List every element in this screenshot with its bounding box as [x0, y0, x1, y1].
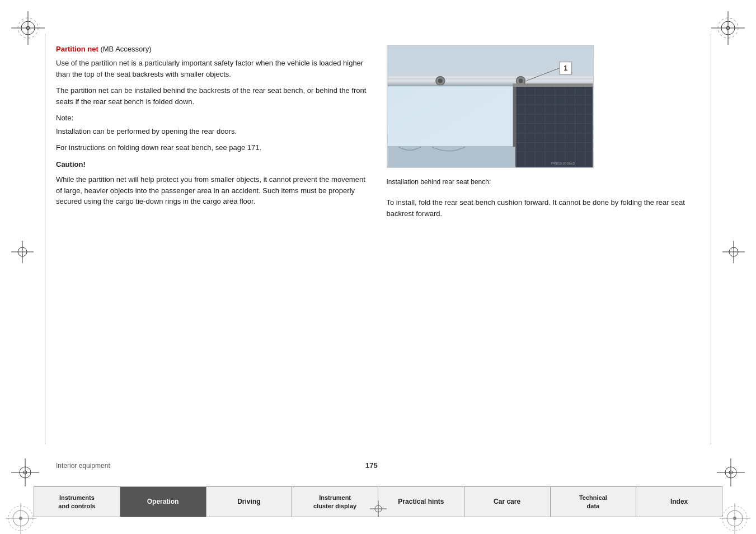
corner-mark-tr [711, 11, 745, 45]
right-rule [711, 34, 711, 444]
svg-rect-19 [387, 76, 593, 78]
nav-item-technical-data[interactable]: Technical data [551, 486, 637, 517]
main-content: Partition net (MB Accessory) Use of the … [56, 34, 700, 450]
corner-mark-bl [11, 458, 39, 486]
title-bold: Partition net [56, 45, 98, 53]
image-caption: Installation behind rear seat bench: [387, 177, 701, 187]
nav-item-operation[interactable]: Operation [120, 486, 206, 517]
note-text: Installation can be performed by opening… [56, 126, 370, 137]
nav-item-car-care[interactable]: Car care [464, 486, 551, 517]
mid-mark-right [722, 241, 745, 263]
paragraph-2: The partition net can be installed behin… [56, 85, 370, 107]
left-column: Partition net (MB Accessory) Use of the … [56, 34, 370, 450]
footer-label-area: Interior equipment 175 [0, 461, 756, 470]
svg-rect-30 [515, 86, 593, 167]
svg-text:1: 1 [564, 64, 567, 72]
svg-text:P45/13-2003/c3: P45/13-2003/c3 [551, 162, 575, 165]
right-column: 1 [387, 34, 701, 450]
image-desc: To install, fold the rear seat bench cus… [387, 197, 701, 219]
title-normal: (MB Accessory) [98, 45, 152, 53]
folding-text: For instructions on folding down rear se… [56, 142, 370, 153]
note-label: Note: [56, 113, 370, 124]
mid-mark-left [11, 241, 34, 263]
left-rule [45, 34, 45, 444]
nav-item-instruments[interactable]: Instruments and controls [34, 486, 120, 517]
caution-text: While the partition net will help protec… [56, 174, 370, 207]
nav-center-mark [370, 500, 387, 517]
page-number: 175 [365, 461, 378, 470]
car-image: 1 [387, 45, 594, 168]
car-interior-svg: 1 [387, 45, 593, 167]
bottom-corner-mark-br [720, 503, 750, 534]
caution-label: Caution! [56, 159, 370, 170]
bottom-corner-mark-bl [6, 503, 36, 534]
paragraph-1: Use of the partition net is a particular… [56, 58, 370, 79]
svg-rect-27 [387, 86, 515, 147]
nav-item-driving[interactable]: Driving [206, 486, 293, 517]
corner-mark-br [717, 458, 745, 486]
section-title: Partition net (MB Accessory) [56, 45, 370, 53]
corner-mark-tl [11, 11, 45, 45]
svg-point-23 [518, 78, 523, 83]
nav-item-instrument-cluster[interactable]: Instrument cluster display [292, 486, 378, 517]
svg-rect-46 [513, 83, 593, 87]
nav-item-practical-hints[interactable]: Practical hints [378, 486, 464, 517]
nav-item-index[interactable]: Index [636, 486, 722, 517]
page-section-label: Interior equipment [56, 462, 110, 470]
svg-point-21 [438, 78, 442, 83]
